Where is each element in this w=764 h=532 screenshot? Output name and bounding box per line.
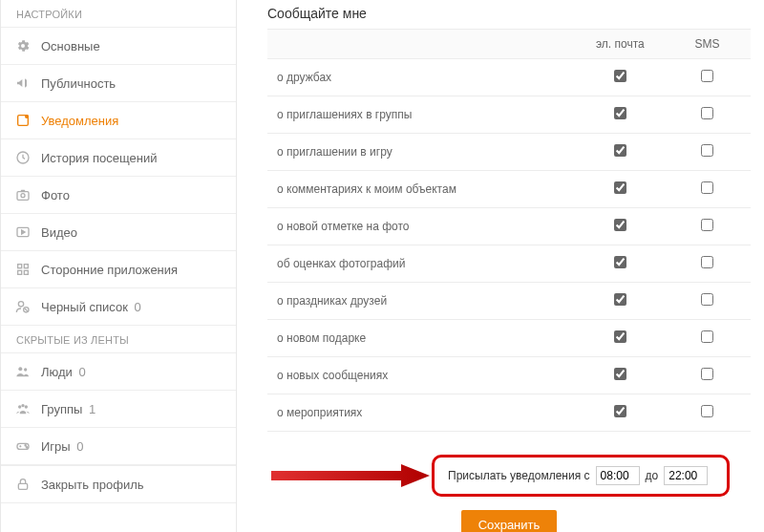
- page-title: Сообщайте мне: [267, 6, 751, 29]
- svg-point-14: [18, 405, 21, 408]
- sms-checkbox[interactable]: [701, 181, 713, 194]
- sidebar-item-photo[interactable]: Фото: [1, 177, 236, 214]
- row-email-cell: [577, 320, 664, 357]
- sidebar-item-publicity[interactable]: Публичность: [1, 65, 236, 102]
- highlight-arrow: [267, 461, 432, 490]
- sidebar-item-label: Публичность: [41, 76, 223, 91]
- email-checkbox[interactable]: [614, 293, 626, 306]
- sms-checkbox[interactable]: [701, 70, 713, 82]
- svg-point-15: [25, 405, 28, 408]
- row-sms-cell: [664, 245, 751, 283]
- sms-checkbox[interactable]: [701, 368, 713, 380]
- row-sms-cell: [664, 171, 751, 208]
- sidebar-item-basic[interactable]: Основные: [1, 28, 236, 65]
- save-button[interactable]: Сохранить: [461, 510, 558, 532]
- svg-rect-3: [17, 192, 29, 201]
- row-label: о праздниках друзей: [267, 283, 577, 320]
- row-email-cell: [577, 59, 664, 96]
- megaphone-icon: [14, 74, 32, 92]
- table-row: о новых сообщениях: [267, 357, 751, 394]
- sidebar-item-blacklist[interactable]: Черный список 0: [1, 288, 236, 326]
- row-sms-cell: [664, 283, 751, 320]
- apps-icon: [14, 261, 32, 278]
- sidebar-item-people[interactable]: Люди 0: [1, 353, 236, 391]
- svg-point-19: [26, 447, 27, 448]
- sidebar-item-label: Группы 1: [41, 402, 223, 416]
- row-email-cell: [577, 96, 664, 134]
- row-email-cell: [577, 245, 664, 283]
- sms-checkbox[interactable]: [701, 405, 713, 417]
- sms-checkbox[interactable]: [701, 219, 713, 231]
- svg-point-10: [18, 302, 23, 307]
- table-row: о комментариях к моим объектам: [267, 171, 751, 208]
- sidebar-item-label: Уведомления: [41, 114, 223, 128]
- table-row: о дружбах: [267, 59, 751, 96]
- sms-checkbox[interactable]: [701, 144, 713, 157]
- svg-rect-7: [24, 265, 28, 268]
- email-checkbox[interactable]: [614, 219, 626, 231]
- sidebar-item-video[interactable]: Видео: [1, 214, 236, 251]
- svg-rect-9: [24, 270, 28, 274]
- table-row: об оценках фотографий: [267, 245, 751, 283]
- gear-icon: [14, 37, 32, 54]
- time-from-input[interactable]: [596, 466, 640, 485]
- table-row: о приглашении в игру: [267, 134, 751, 171]
- sidebar-item-close-profile[interactable]: Закрыть профиль: [1, 465, 236, 503]
- email-checkbox[interactable]: [614, 70, 626, 82]
- email-checkbox[interactable]: [614, 405, 626, 417]
- svg-point-13: [24, 368, 27, 371]
- row-label: о комментариях к моим объектам: [267, 171, 577, 208]
- table-row: о приглашениях в группы: [267, 96, 751, 134]
- row-sms-cell: [664, 59, 751, 96]
- email-checkbox[interactable]: [614, 368, 626, 380]
- row-label: о новом подарке: [267, 320, 577, 357]
- table-row: о мероприятиях: [267, 394, 751, 432]
- lock-icon: [14, 476, 32, 493]
- sms-checkbox[interactable]: [701, 330, 713, 343]
- row-label: о новых сообщениях: [267, 357, 577, 394]
- svg-rect-20: [18, 483, 27, 489]
- sidebar-item-label: Люди 0: [41, 365, 223, 379]
- sidebar-item-notifications[interactable]: Уведомления: [1, 102, 236, 139]
- table-row: о новом подарке: [267, 320, 751, 357]
- row-label: о приглашении в игру: [267, 134, 577, 171]
- sidebar-item-groups[interactable]: Группы 1: [1, 391, 236, 428]
- svg-point-18: [25, 445, 26, 446]
- row-email-cell: [577, 134, 664, 171]
- sidebar-item-label: Основные: [41, 39, 223, 53]
- row-email-cell: [577, 394, 664, 432]
- sidebar-item-history[interactable]: История посещений: [1, 139, 236, 177]
- col-sms: SMS: [664, 30, 751, 59]
- time-range-box: Присылать уведомления с до: [432, 455, 730, 497]
- sidebar-item-count: 0: [76, 439, 83, 454]
- history-icon: [14, 149, 32, 166]
- sidebar-item-apps[interactable]: Сторонние приложения: [1, 251, 236, 288]
- sidebar-item-count: 0: [78, 365, 85, 379]
- svg-point-4: [21, 194, 25, 198]
- sms-checkbox[interactable]: [701, 256, 713, 268]
- row-email-cell: [577, 171, 664, 208]
- svg-marker-21: [271, 464, 430, 487]
- email-checkbox[interactable]: [614, 181, 626, 194]
- row-sms-cell: [664, 96, 751, 134]
- row-email-cell: [577, 208, 664, 245]
- time-to-input[interactable]: [664, 466, 708, 485]
- email-checkbox[interactable]: [614, 330, 626, 343]
- gamepad-icon: [14, 437, 32, 455]
- svg-rect-8: [18, 270, 22, 274]
- sms-checkbox[interactable]: [701, 293, 713, 306]
- svg-rect-6: [18, 265, 22, 268]
- video-icon: [14, 223, 32, 241]
- email-checkbox[interactable]: [614, 256, 626, 268]
- sidebar-item-label: Фото: [41, 188, 223, 202]
- time-prefix-label: Присылать уведомления с: [448, 469, 590, 482]
- email-checkbox[interactable]: [614, 107, 626, 119]
- row-label: об оценках фотографий: [267, 245, 577, 283]
- email-checkbox[interactable]: [614, 144, 626, 157]
- sidebar-item-label: Видео: [41, 225, 223, 240]
- row-sms-cell: [664, 320, 751, 357]
- row-sms-cell: [664, 394, 751, 432]
- sms-checkbox[interactable]: [701, 107, 713, 119]
- notifications-table: эл. почта SMS о дружбахо приглашениях в …: [267, 29, 751, 432]
- sidebar-item-games[interactable]: Игры 0: [1, 428, 236, 465]
